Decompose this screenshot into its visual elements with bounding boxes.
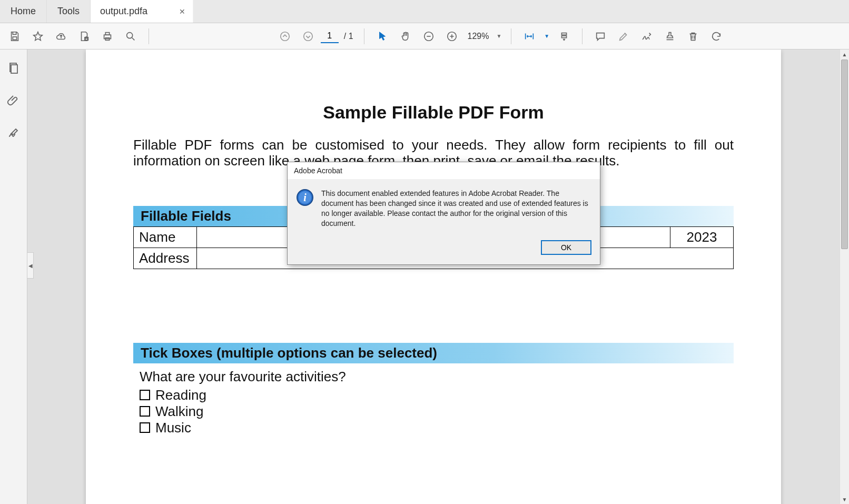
hand-icon	[400, 31, 411, 42]
arrow-up-circle-icon	[279, 31, 291, 42]
thumbnails-button[interactable]	[5, 59, 23, 77]
tab-document-label: output.pdfa	[100, 6, 147, 17]
signature-icon	[641, 31, 653, 42]
checkbox-reading[interactable]: Reading	[140, 387, 734, 403]
scroll-mode-button[interactable]	[554, 26, 575, 47]
toolbar-separator	[511, 28, 511, 44]
tab-home[interactable]: Home	[0, 0, 47, 23]
comment-icon	[595, 31, 606, 42]
page-total-label: / 1	[344, 32, 353, 41]
scroll-up-arrow[interactable]: ▲	[840, 50, 849, 59]
fit-width-button[interactable]	[519, 26, 540, 47]
toolbar-separator	[149, 28, 149, 44]
arrow-down-circle-icon	[302, 31, 314, 42]
question-text: What are your favourite activities?	[140, 369, 734, 385]
svg-rect-0	[13, 36, 16, 39]
svg-point-6	[127, 32, 133, 38]
dialog-message: This document enabled extended features …	[321, 189, 591, 229]
zoom-value: 129%	[465, 32, 492, 41]
checkbox-music[interactable]: Music	[140, 420, 734, 436]
select-tool-button[interactable]	[372, 26, 393, 47]
highlighter-icon	[618, 31, 629, 42]
fit-width-icon	[524, 31, 535, 42]
thumbnails-icon	[7, 62, 20, 74]
zoom-out-button[interactable]	[418, 26, 439, 47]
plus-circle-icon	[446, 31, 458, 42]
hand-tool-button[interactable]	[395, 26, 416, 47]
svg-rect-14	[11, 65, 17, 73]
name-label: Name	[134, 226, 197, 248]
pen-icon	[7, 127, 20, 140]
highlight-button[interactable]	[613, 26, 634, 47]
toolbar-separator	[364, 28, 364, 44]
page-up-button[interactable]	[274, 26, 295, 47]
cloud-upload-icon	[55, 31, 67, 42]
paperclip-icon	[7, 94, 20, 107]
svg-text:i: i	[303, 192, 307, 203]
scrollbar[interactable]: ▲ ▼	[840, 50, 849, 504]
svg-rect-11	[562, 33, 567, 35]
checkbox-icon[interactable]	[140, 422, 150, 433]
scroll-down-arrow[interactable]: ▼	[840, 495, 849, 504]
section-tick-header: Tick Boxes (multiple options can be sele…	[133, 343, 734, 363]
checkbox-label: Walking	[155, 403, 204, 420]
stamp-button[interactable]	[659, 26, 680, 47]
sign-button[interactable]	[636, 26, 657, 47]
document-lock-icon	[78, 31, 90, 42]
svg-point-7	[280, 32, 289, 41]
address-label: Address	[134, 248, 197, 269]
svg-rect-12	[562, 36, 567, 38]
trash-icon	[687, 31, 699, 42]
document-viewport[interactable]: Sample Fillable PDF Form Fillable PDF fo…	[27, 50, 840, 504]
toolbar: / 1 129% ▼ ▼	[0, 23, 849, 50]
info-icon: i	[296, 189, 314, 206]
checkbox-label: Music	[155, 420, 191, 436]
close-tab-icon[interactable]: ✕	[179, 7, 185, 16]
ok-button[interactable]: OK	[541, 240, 591, 255]
fit-dropdown[interactable]: ▼	[542, 31, 551, 41]
stamp-icon	[664, 31, 676, 42]
checkbox-walking[interactable]: Walking	[140, 403, 734, 420]
save-button[interactable]	[4, 26, 25, 47]
checkbox-label: Reading	[155, 387, 206, 403]
scroll-icon	[558, 31, 570, 42]
year-cell: 2023	[670, 226, 734, 248]
zoom-dropdown[interactable]: ▼	[494, 31, 504, 41]
cloud-button[interactable]	[51, 26, 72, 47]
panel-collapse-handle[interactable]: ◀	[27, 252, 34, 279]
rotate-icon	[710, 31, 722, 42]
checkbox-icon[interactable]	[140, 406, 150, 417]
star-button[interactable]	[27, 26, 48, 47]
doc-title: Sample Fillable PDF Form	[133, 102, 734, 123]
dialog-title: Adobe Acrobat	[288, 162, 600, 179]
print-icon	[102, 31, 113, 42]
checkbox-icon[interactable]	[140, 390, 150, 400]
save-icon	[9, 31, 21, 42]
note-button[interactable]	[590, 26, 611, 47]
tab-tools[interactable]: Tools	[47, 0, 91, 23]
rotate-button[interactable]	[706, 26, 727, 47]
scroll-thumb[interactable]	[841, 60, 848, 249]
document-page: Sample Fillable PDF Form Fillable PDF fo…	[86, 50, 781, 504]
signatures-button[interactable]	[5, 124, 23, 142]
zoom-in-button[interactable]	[441, 26, 462, 47]
svg-rect-4	[105, 32, 109, 35]
lock-doc-button[interactable]	[74, 26, 95, 47]
magnifier-icon	[125, 31, 136, 42]
attachments-button[interactable]	[5, 92, 23, 110]
tab-bar-filler	[193, 0, 849, 23]
toolbar-separator	[582, 28, 583, 44]
cursor-icon	[377, 31, 388, 42]
star-icon	[32, 31, 44, 42]
tab-document[interactable]: output.pdfa ✕	[91, 0, 193, 23]
page-down-button[interactable]	[298, 26, 319, 47]
tab-bar: Home Tools output.pdfa ✕	[0, 0, 849, 23]
delete-button[interactable]	[683, 26, 704, 47]
print-button[interactable]	[97, 26, 118, 47]
search-button[interactable]	[120, 26, 141, 47]
side-rail	[0, 50, 27, 504]
info-dialog: Adobe Acrobat i This document enabled ex…	[287, 162, 600, 265]
svg-point-8	[303, 32, 312, 41]
page-number-input[interactable]	[321, 29, 339, 43]
minus-circle-icon	[423, 31, 435, 42]
